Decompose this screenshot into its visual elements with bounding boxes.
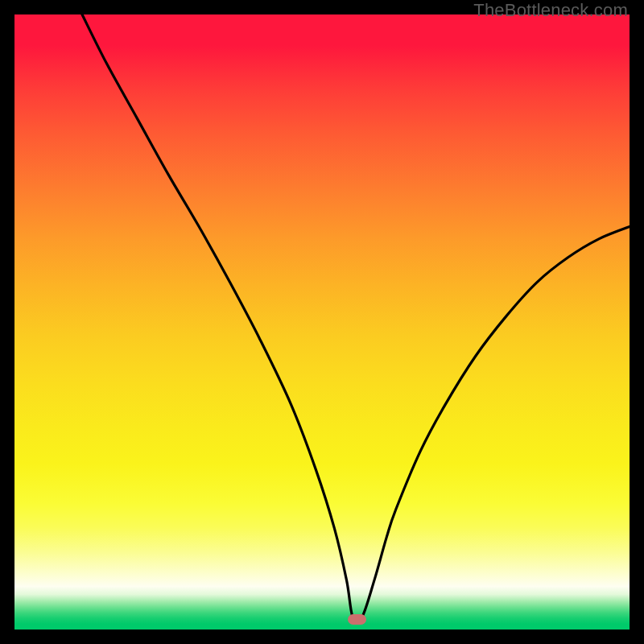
bottleneck-curve: [14, 14, 630, 630]
attribution-label: TheBottleneck.com: [473, 0, 628, 21]
plot-area: [14, 14, 630, 630]
minimum-marker: [348, 614, 366, 625]
chart-container: TheBottleneck.com: [0, 0, 644, 644]
